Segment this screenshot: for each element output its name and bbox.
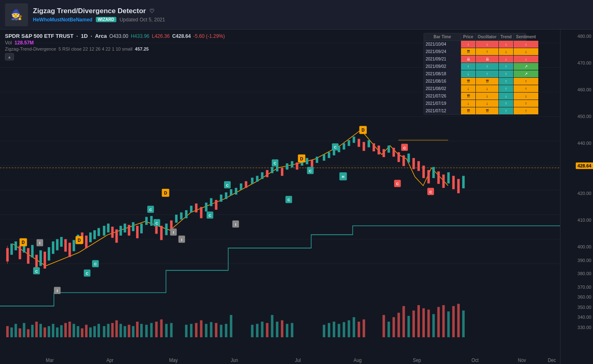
signal-row: 2021/09/02↑↑↑↗	[424, 63, 526, 70]
chart-container: SPDR S&P 500 ETF TRUST · 1D · Arca O433.…	[0, 30, 593, 364]
svg-rect-24	[56, 239, 58, 250]
svg-rect-107	[457, 179, 460, 193]
svg-rect-172	[347, 320, 350, 337]
svg-rect-31	[85, 236, 88, 248]
svg-rect-120	[52, 324, 54, 337]
ohlc-values: O433.00 H433.96 L426.36 C428.64 -5.60 (-…	[109, 33, 225, 39]
price-scale: 480.00 470.00 460.00 450.00 440.00 430.0…	[561, 30, 593, 364]
svg-text:I: I	[173, 230, 174, 234]
collapse-button[interactable]: ▲	[5, 53, 14, 60]
svg-rect-182	[412, 311, 415, 337]
price-400: 400.00	[577, 244, 591, 249]
svg-rect-133	[107, 324, 109, 337]
main-chart[interactable]: SPDR S&P 500 ETF TRUST · 1D · Arca O433.…	[0, 30, 560, 364]
svg-rect-48	[160, 226, 162, 240]
svg-rect-35	[103, 226, 105, 236]
svg-text:C: C	[334, 145, 337, 149]
svg-rect-40	[124, 224, 126, 233]
svg-rect-90	[373, 143, 375, 151]
svg-rect-23	[52, 241, 54, 254]
svg-rect-67	[256, 176, 258, 182]
candles-feb-mar	[6, 241, 50, 273]
svg-text:C: C	[287, 197, 290, 202]
svg-text:C: C	[429, 190, 432, 194]
chart-header: SPDR S&P 500 ETF TRUST · 1D · Arca O433.…	[5, 33, 225, 60]
svg-rect-161	[266, 323, 269, 337]
svg-text:C: C	[35, 269, 38, 273]
candles-jul-aug	[323, 137, 380, 161]
signal-row: 2021/07/12⇈⇈↑↑	[424, 107, 526, 114]
svg-rect-57	[205, 203, 207, 212]
volume-bars	[6, 304, 465, 337]
svg-rect-188	[442, 305, 445, 337]
svg-rect-190	[452, 306, 455, 337]
svg-rect-185	[427, 310, 430, 337]
svg-rect-121	[56, 327, 58, 337]
svg-rect-63	[235, 188, 237, 195]
svg-rect-152	[205, 324, 207, 337]
svg-rect-156	[225, 324, 227, 337]
svg-rect-101	[427, 170, 430, 183]
svg-text:C: C	[155, 220, 158, 225]
svg-rect-111	[14, 324, 17, 337]
svg-rect-144	[155, 322, 158, 337]
svg-text:C: C	[149, 207, 152, 212]
svg-text:D: D	[361, 128, 365, 132]
svg-rect-59	[215, 200, 218, 210]
svg-rect-14	[14, 241, 17, 250]
svg-rect-171	[343, 322, 345, 337]
svg-text:D: D	[78, 238, 81, 243]
svg-rect-160	[261, 322, 264, 337]
col-price: Price	[461, 33, 476, 40]
svg-rect-61	[225, 192, 227, 199]
svg-rect-81	[328, 152, 330, 158]
heart-icon[interactable]: ♡	[149, 8, 155, 14]
svg-rect-181	[408, 316, 410, 337]
svg-rect-36	[107, 224, 109, 233]
svg-rect-179	[398, 313, 400, 337]
signal-row: 2021/08/02↓↓↑↑	[424, 85, 526, 93]
signal-row: 2021/08/18↓↑↑↗	[424, 70, 526, 78]
col-sentiment: Sentiment	[514, 33, 538, 40]
price-410: 410.00	[577, 218, 591, 223]
svg-rect-154	[215, 323, 218, 337]
svg-text:I: I	[235, 222, 236, 227]
svg-rect-145	[160, 320, 162, 337]
svg-text:I: I	[181, 237, 183, 241]
svg-rect-166	[291, 323, 293, 337]
svg-rect-51	[175, 215, 178, 223]
svg-rect-109	[6, 326, 9, 337]
updated-date: Updated Oct 5, 2021	[120, 17, 165, 23]
svg-rect-60	[220, 195, 222, 202]
author-name[interactable]: HeWhoMustNotBeNamed	[33, 17, 93, 23]
svg-text:C: C	[396, 181, 399, 186]
svg-rect-37	[111, 227, 114, 238]
svg-rect-41	[128, 225, 130, 236]
svg-rect-138	[128, 325, 130, 337]
svg-rect-55	[195, 204, 197, 213]
current-price-badge: 428.64	[576, 162, 593, 169]
svg-rect-135	[115, 320, 118, 337]
ticker-name: SPDR S&P 500 ETF TRUST · 1D · Arca	[5, 33, 107, 39]
svg-rect-65	[245, 181, 247, 188]
svg-rect-88	[363, 142, 365, 151]
svg-rect-113	[23, 323, 25, 337]
signal-row: 2021/08/16⇈⇈↑↑	[424, 78, 526, 85]
svg-rect-99	[417, 161, 420, 171]
svg-rect-75	[296, 162, 298, 169]
svg-rect-141	[140, 324, 143, 337]
svg-rect-173	[353, 317, 355, 337]
svg-text:I: I	[57, 288, 58, 293]
col-bartime: Bar Time	[424, 33, 461, 40]
ticker-line: SPDR S&P 500 ETF TRUST · 1D · Arca O433.…	[5, 33, 225, 39]
script-title-text: Zigzag Trend/Divergence Detector	[33, 7, 146, 15]
svg-rect-165	[286, 324, 288, 337]
svg-rect-117	[39, 324, 42, 337]
svg-rect-26	[64, 239, 67, 251]
svg-rect-137	[124, 326, 126, 337]
svg-rect-150	[195, 323, 197, 337]
svg-rect-91	[378, 146, 380, 155]
svg-rect-115	[31, 325, 34, 337]
svg-rect-122	[60, 325, 63, 337]
signal-rows-container: 2021/10/04↓↓↓↓2021/09/24⇈↑↓↓2021/09/21⇊⇊…	[424, 41, 526, 114]
